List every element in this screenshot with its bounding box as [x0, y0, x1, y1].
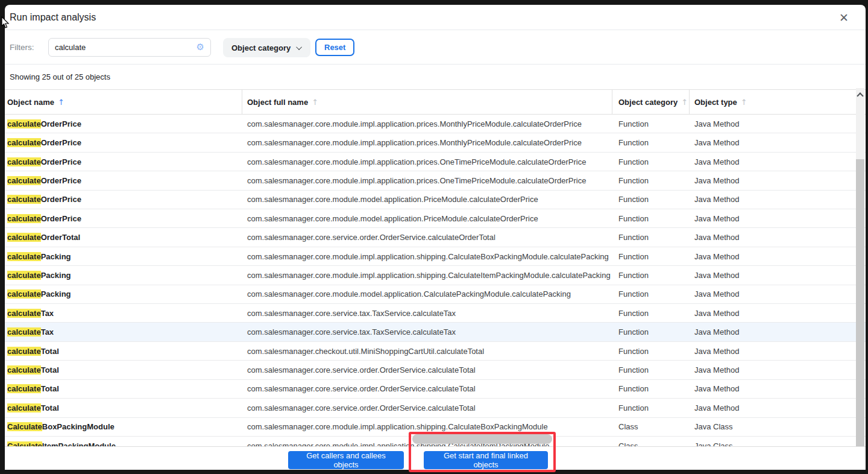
search-highlight: calculate — [7, 289, 41, 299]
scroll-up-icon[interactable] — [857, 92, 863, 99]
object-category: Function — [612, 403, 690, 412]
object-name-rest: OrderPrice — [41, 195, 81, 204]
object-category: Function — [612, 347, 690, 356]
table-row[interactable]: calculateOrderPrice com.salesmanager.cor… — [5, 191, 866, 209]
object-name-cell: calculateOrderPrice — [5, 214, 242, 223]
search-input[interactable] — [55, 43, 197, 52]
table-row[interactable]: calculateOrderTotal com.salesmanager.cor… — [5, 228, 866, 247]
column-header-object-name[interactable]: Object name ↑ — [5, 90, 242, 114]
table-row[interactable]: calculateOrderPrice com.salesmanager.cor… — [5, 209, 866, 228]
column-header-object-category[interactable]: Object category ↑ — [612, 90, 690, 114]
object-type: Java Method — [690, 176, 866, 185]
object-category: Class — [612, 441, 690, 446]
search-highlight: calculate — [7, 384, 41, 393]
object-category: Function — [612, 195, 690, 204]
object-category: Class — [612, 422, 690, 431]
sort-ascending-icon[interactable]: ↑ — [681, 98, 688, 107]
column-header-label: Object name — [7, 98, 54, 107]
object-name-cell: calculateOrderPrice — [5, 119, 242, 128]
object-name-cell: calculatePacking — [5, 252, 242, 261]
search-highlight: calculate — [7, 309, 41, 318]
search-highlight: calculate — [7, 138, 41, 147]
object-category-dropdown-label: Object category — [231, 43, 291, 52]
table-row[interactable]: calculateTotal com.salesmanager.checkout… — [5, 342, 866, 361]
close-icon[interactable]: ✕ — [835, 9, 852, 26]
object-name-cell: calculateOrderPrice — [5, 176, 242, 185]
object-full-name: com.salesmanager.core.module.impl.applic… — [242, 138, 612, 147]
object-full-name: com.salesmanager.core.module.impl.applic… — [242, 176, 612, 185]
search-highlight: calculate — [7, 252, 41, 261]
search-highlight: calculate — [7, 271, 41, 280]
object-type: Java Method — [690, 119, 866, 128]
table-row[interactable]: calculateTotal com.salesmanager.core.ser… — [5, 361, 866, 379]
object-name-cell: calculateTotal — [5, 403, 242, 412]
table-row[interactable]: calculatePacking com.salesmanager.core.m… — [5, 266, 866, 285]
object-type: Java Method — [690, 384, 866, 393]
object-full-name: com.salesmanager.core.module.impl.applic… — [242, 157, 612, 166]
scrollbar-thumb[interactable] — [856, 159, 864, 446]
object-type: Java Method — [690, 271, 866, 280]
object-name-cell: calculateOrderPrice — [5, 138, 242, 147]
object-name-rest: Total — [41, 403, 59, 412]
object-category: Function — [612, 176, 690, 185]
search-box[interactable]: ⚙ — [48, 38, 211, 57]
object-type: Java Method — [690, 309, 866, 318]
object-type: Java Method — [690, 327, 866, 337]
search-settings-gear-icon[interactable]: ⚙ — [197, 43, 204, 52]
table-row[interactable]: calculateTotal com.salesmanager.core.ser… — [5, 399, 866, 417]
dialog-titlebar: Run impact analysis ✕ — [5, 5, 866, 30]
column-header-object-full-name[interactable]: Object full name ↑ — [242, 90, 612, 114]
sort-ascending-icon[interactable]: ↑ — [58, 98, 64, 107]
object-category: Function — [612, 289, 690, 299]
object-type: Java Class — [690, 441, 866, 446]
object-name-cell: calculateTax — [5, 327, 242, 337]
table-row[interactable]: calculateOrderPrice com.salesmanager.cor… — [5, 153, 866, 171]
object-full-name: com.salesmanager.core.service.order.Orde… — [242, 403, 612, 412]
object-type: Java Class — [690, 422, 866, 431]
sort-ascending-icon[interactable]: ↑ — [312, 98, 318, 107]
get-callers-callees-button[interactable]: Get callers and callees objects — [288, 451, 404, 469]
object-full-name: com.salesmanager.core.module.impl.applic… — [242, 271, 612, 280]
object-name-rest: ItemPackingModule — [42, 441, 116, 446]
object-type: Java Method — [690, 252, 866, 261]
object-category-dropdown[interactable]: Object category — [223, 38, 310, 57]
dialog-title: Run impact analysis — [10, 12, 96, 23]
sort-ascending-icon[interactable]: ↑ — [741, 98, 747, 107]
object-name-rest: OrderPrice — [41, 119, 81, 128]
object-type: Java Method — [690, 347, 866, 356]
table-row[interactable]: calculatePacking com.salesmanager.core.m… — [5, 247, 866, 266]
object-name-rest: Packing — [41, 252, 71, 261]
object-type: Java Method — [690, 214, 866, 223]
search-highlight: calculate — [7, 195, 41, 204]
object-type: Java Method — [690, 233, 866, 242]
column-header-object-type[interactable]: Object type ↑ — [690, 90, 866, 114]
object-full-name: com.salesmanager.core.service.order.Orde… — [242, 365, 612, 374]
horizontal-scrollbar-thumb[interactable] — [412, 434, 552, 444]
vertical-scrollbar[interactable] — [856, 88, 864, 446]
dialog-footer: Get callers and callees objects Get star… — [5, 446, 866, 470]
object-full-name: com.salesmanager.core.service.tax.TaxSer… — [242, 309, 612, 318]
table-row[interactable]: calculateOrderPrice com.salesmanager.cor… — [5, 133, 866, 152]
table-row[interactable]: calculateOrderPrice com.salesmanager.cor… — [5, 171, 866, 190]
object-category: Function — [612, 138, 690, 147]
object-category: Function — [612, 365, 690, 374]
table-row[interactable]: calculateOrderPrice com.salesmanager.cor… — [5, 115, 866, 133]
object-type: Java Method — [690, 365, 866, 374]
object-category: Function — [612, 309, 690, 318]
table-row[interactable]: calculatePacking com.salesmanager.core.m… — [5, 285, 866, 304]
object-full-name: com.salesmanager.core.module.impl.applic… — [242, 252, 612, 261]
object-full-name: com.salesmanager.core.service.order.Orde… — [242, 233, 612, 242]
get-start-final-linked-button[interactable]: Get start and final linked objects — [424, 451, 548, 469]
reset-button[interactable]: Reset — [315, 39, 354, 56]
table-row[interactable]: calculateTax com.salesmanager.core.servi… — [5, 323, 866, 341]
object-category: Function — [612, 252, 690, 261]
object-type: Java Method — [690, 138, 866, 147]
object-name-cell: calculateOrderPrice — [5, 195, 242, 204]
table-row[interactable]: calculateTotal com.salesmanager.core.ser… — [5, 380, 866, 399]
object-category: Function — [612, 384, 690, 393]
results-summary: Showing 25 out of 25 objects — [10, 72, 110, 81]
search-highlight: Calculate — [7, 422, 42, 431]
table-row[interactable]: calculateTax com.salesmanager.core.servi… — [5, 304, 866, 323]
object-name-cell: calculateTotal — [5, 384, 242, 393]
column-header-label: Object category — [618, 98, 678, 107]
